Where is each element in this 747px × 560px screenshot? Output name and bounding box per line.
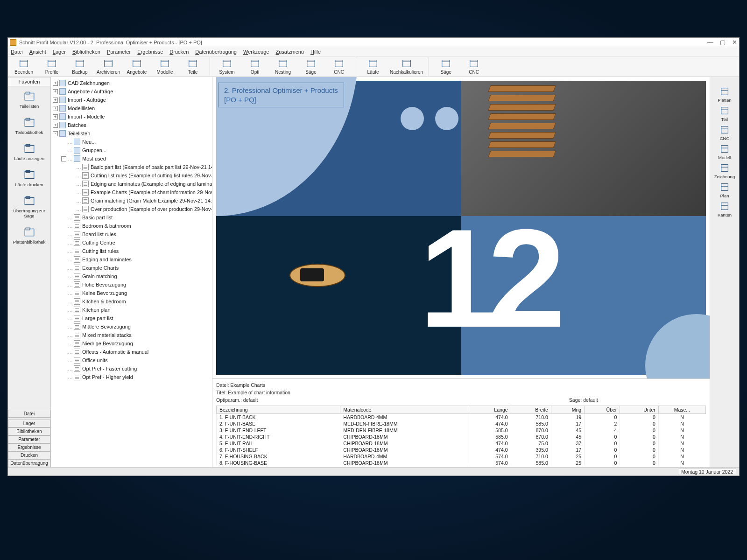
expander-icon[interactable]: +: [53, 98, 58, 103]
right-cnc[interactable]: CNC: [719, 125, 730, 141]
toolbar-modelle[interactable]: Modelle: [151, 57, 179, 76]
col-mase...[interactable]: Mase...: [658, 406, 705, 414]
toolbar-nachkalkulieren[interactable]: Nachkalkulieren: [387, 57, 426, 76]
col-unter[interactable]: Unter: [620, 406, 658, 414]
menu-ergebnisse[interactable]: Ergebnisse: [137, 49, 163, 55]
favorite-teilebibliothek[interactable]: Teilebibliothek: [8, 112, 50, 139]
toolbar-opti[interactable]: Opti: [241, 57, 269, 76]
menu-datenübertragung[interactable]: Datenübertragung: [195, 49, 237, 55]
toolbar-säge[interactable]: Säge: [432, 57, 460, 76]
expander-icon[interactable]: -: [61, 156, 66, 161]
menu-werkzeuge[interactable]: Werkzeuge: [243, 49, 269, 55]
favtab-parameter[interactable]: Parameter: [8, 435, 50, 443]
favtab-datei[interactable]: Datei: [8, 410, 50, 418]
tree-item[interactable]: +Import - Aufträge: [51, 96, 212, 104]
tree-item[interactable]: …Cutting list rules (Example of cutting …: [51, 171, 212, 180]
tree-item[interactable]: …Basic part list (Example of basic part …: [51, 163, 212, 171]
toolbar-backup[interactable]: Backup: [66, 57, 94, 76]
col-länge[interactable]: Länge: [469, 406, 511, 414]
tree-item[interactable]: …Office units: [51, 356, 212, 364]
toolbar-archivieren[interactable]: Archivieren: [94, 57, 123, 76]
col-mng[interactable]: Mng: [551, 406, 584, 414]
favtab-bibliotheken[interactable]: Bibliotheken: [8, 427, 50, 435]
menu-ansicht[interactable]: Ansicht: [29, 49, 46, 55]
tree-item[interactable]: …Edging and laminates: [51, 255, 212, 264]
menu-hilfe[interactable]: Hilfe: [310, 49, 321, 55]
table-row[interactable]: 6. F-UNIT-SHELFCHIPBOARD-18MM474.0395.01…: [217, 447, 706, 453]
favtab-datenübertragung[interactable]: Datenübertragung: [8, 459, 50, 467]
favtab-lager[interactable]: Lager: [8, 420, 50, 427]
table-row[interactable]: 2. F-UNIT-BASEMED-DEN-FIBRE-18MM474.0585…: [217, 420, 706, 427]
toolbar-nesting[interactable]: Nesting: [269, 57, 297, 76]
toolbar-profile[interactable]: Profile: [38, 57, 66, 76]
tree-item[interactable]: …Kitchen & bedroom: [51, 297, 212, 306]
favorite-teilelisten[interactable]: Teilelisten: [8, 86, 50, 112]
tree-item[interactable]: …Mittlere Bevorzugung: [51, 322, 212, 331]
tree-item[interactable]: …Gruppen...: [51, 146, 212, 154]
col-breite[interactable]: Breite: [511, 406, 551, 414]
menu-parameter[interactable]: Parameter: [107, 49, 131, 55]
tree-item[interactable]: …Cutting list rules: [51, 247, 212, 255]
close-button[interactable]: ✕: [732, 39, 737, 45]
tree-item[interactable]: …Large part list: [51, 314, 212, 322]
tree-item[interactable]: …Example Charts: [51, 264, 212, 272]
favorite-übertragung-zur-säge[interactable]: Übertragung zur Säge: [8, 191, 50, 222]
tree-item[interactable]: …Niedrige Bevorzugung: [51, 339, 212, 348]
tree-item[interactable]: …Board list rules: [51, 230, 212, 238]
table-row[interactable]: 5. F-UNIT-RAILCHIPBOARD-18MM474.075.0370…: [217, 440, 706, 447]
tree-item[interactable]: …Opt Pref - Faster cutting: [51, 364, 212, 373]
right-zeichnung[interactable]: Zeichnung: [714, 163, 735, 179]
col-über[interactable]: Über: [585, 406, 620, 414]
expander-icon[interactable]: +: [53, 89, 58, 94]
tree-item[interactable]: …Grain matching (Grain Match Example 29-…: [51, 196, 212, 205]
minimize-button[interactable]: —: [707, 39, 713, 45]
table-row[interactable]: 7. F-HOUSING-BACKHARDBOARD-4MM574.0710.0…: [217, 453, 706, 460]
toolbar-system[interactable]: System: [213, 57, 241, 76]
toolbar-beenden[interactable]: Beenden: [10, 57, 38, 76]
toolbar-cnc[interactable]: CNC: [325, 57, 353, 76]
toolbar-teile[interactable]: Teile: [179, 57, 207, 76]
favtab-ergebnisse[interactable]: Ergebnisse: [8, 443, 50, 451]
right-teil[interactable]: Teil: [719, 105, 730, 122]
menu-zusatzmenü[interactable]: Zusatzmenü: [275, 49, 304, 55]
favorite-läufe-drucken[interactable]: Läufe drucken: [8, 165, 50, 191]
table-row[interactable]: 4. F-UNIT-END-RIGHTCHIPBOARD-18MM585.087…: [217, 434, 706, 440]
favorite-plattenbibliothek[interactable]: Plattenbibliothek: [8, 222, 50, 248]
table-row[interactable]: 8. F-HOUSING-BASECHIPBOARD-18MM574.0585.…: [217, 460, 706, 465]
tree-item[interactable]: …Keine Bevorzugung: [51, 289, 212, 297]
navigation-tree[interactable]: +CAD Zeichnungen+Angebote / Aufträge+Imp…: [51, 77, 212, 467]
tree-item[interactable]: …Edging and laminates (Example of edging…: [51, 180, 212, 188]
toolbar-säge[interactable]: Säge: [297, 57, 325, 76]
tree-item[interactable]: …Example Charts (Example of chart inform…: [51, 188, 212, 196]
tree-item[interactable]: +CAD Zeichnungen: [51, 79, 212, 87]
expander-icon[interactable]: +: [53, 106, 58, 111]
tree-item[interactable]: -Teilelisten: [51, 129, 212, 138]
tree-item[interactable]: …Offcuts - Automatic & manual: [51, 348, 212, 356]
tree-item[interactable]: +Import - Modelle: [51, 112, 212, 121]
toolbar-läufe[interactable]: Läufe: [359, 57, 387, 76]
maximize-button[interactable]: ▢: [720, 39, 726, 45]
tree-item[interactable]: …Neu...: [51, 138, 212, 146]
favorite-läufe-anzeigen[interactable]: Läufe anzeigen: [8, 139, 50, 165]
col-bezeichnung[interactable]: Bezeichnung: [217, 406, 340, 414]
tree-item[interactable]: …Hohe Bevorzugung: [51, 280, 212, 289]
right-platten[interactable]: Platten: [718, 86, 732, 103]
favtab-drucken[interactable]: Drucken: [8, 451, 50, 459]
tree-item[interactable]: +Angebote / Aufträge: [51, 87, 212, 96]
expander-icon[interactable]: -: [53, 131, 58, 136]
tree-item[interactable]: -…Most used: [51, 154, 212, 163]
expander-icon[interactable]: +: [53, 81, 58, 86]
expander-icon[interactable]: +: [53, 114, 58, 119]
right-kanten[interactable]: Kanten: [718, 201, 732, 217]
expander-icon[interactable]: +: [53, 123, 58, 128]
tree-item[interactable]: …Grain matching: [51, 272, 212, 280]
menu-drucken[interactable]: Drucken: [169, 49, 189, 55]
table-row[interactable]: 1. F-UNIT-BACKHARDBOARD-4MM474.0710.0190…: [217, 414, 706, 421]
tree-item[interactable]: …Mixed material stacks: [51, 331, 212, 339]
tree-item[interactable]: …Over production (Example of over produc…: [51, 205, 212, 213]
tree-item[interactable]: …Cutting Centre: [51, 238, 212, 247]
menu-lager[interactable]: Lager: [53, 49, 66, 55]
tree-item[interactable]: +Modelllisten: [51, 104, 212, 112]
tree-item[interactable]: …Kitchen plan: [51, 306, 212, 314]
tree-item[interactable]: …Basic part list: [51, 213, 212, 222]
